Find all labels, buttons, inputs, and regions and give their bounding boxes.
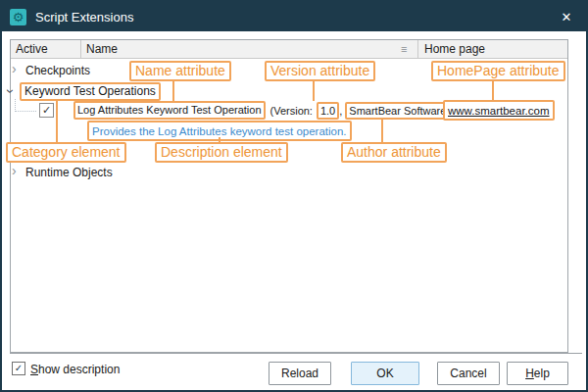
show-description-label[interactable]: Show description [30,363,120,376]
column-header-home-page[interactable]: Home page [418,40,567,58]
check-icon: ✓ [15,364,23,373]
chevron-down-icon[interactable]: › [4,89,18,94]
tree-item-checkpoints[interactable]: Checkpoints [25,64,90,77]
close-button[interactable]: ✕ [555,6,578,27]
tree-item-keyword-test-operations[interactable]: Keyword Test Operations [20,82,161,101]
script-extensions-dialog: ⚙ Script Extensions ✕ Active Name ≡ Home… [0,0,588,392]
show-description-mnemonic: S [30,363,38,376]
cancel-button[interactable]: Cancel [437,362,500,385]
connector-line [172,81,174,103]
sort-icon: ≡ [401,45,413,54]
annotation-version-attribute: Version attribute [265,61,375,81]
connector-line [56,100,58,142]
connector-line [219,137,220,143]
table-header: Active Name ≡ Home page [11,40,567,59]
tree-item-runtime-objects[interactable]: Runtime Objects [25,166,113,179]
extension-row[interactable]: Log Attributes Keyword Test Operation (V… [74,101,454,120]
column-header-name[interactable]: Name ≡ [81,40,418,58]
comma-separator: , [339,105,342,117]
show-description-checkbox[interactable]: ✓ [12,362,25,375]
version-value: 1.0 [317,102,339,120]
extension-checkbox[interactable]: ✓ [39,103,54,118]
column-header-name-label: Name [86,42,118,56]
help-mnemonic: H [525,367,534,380]
titlebar: ⚙ Script Extensions ✕ [2,2,586,31]
close-icon: ✕ [562,10,572,24]
column-header-active[interactable]: Active [11,40,81,58]
show-description-rest: how description [38,363,120,376]
chevron-right-icon[interactable]: › [12,62,17,75]
help-button[interactable]: Help [507,362,568,385]
check-icon: ✓ [42,105,51,116]
connector-line [381,120,383,142]
gear-glyph: ⚙ [13,11,24,24]
annotation-name-attribute: Name attribute [129,61,231,81]
gear-icon: ⚙ [10,9,26,25]
connector-line [492,81,494,100]
help-rest: elp [534,367,550,380]
connector-line [313,81,315,101]
tree-guide-line [15,111,36,112]
ok-button[interactable]: OK [351,362,419,385]
home-page-link[interactable]: www.smartbear.com [448,105,550,117]
reload-button[interactable]: Reload [269,362,331,385]
extension-description: Provides the Log Attributes keyword test… [92,125,347,137]
version-prefix: (Version: [270,105,313,117]
author-value: SmartBear Software) [345,102,454,120]
annotation-description-element: Description element [155,142,288,163]
annotation-author-attribute: Author attribute [341,142,447,163]
extension-name: Log Attributes Keyword Test Operation [74,101,266,120]
window-title: Script Extensions [35,10,133,24]
home-page-box: www.smartbear.com [443,100,555,121]
annotation-category-element: Category element [6,142,126,163]
chevron-right-icon[interactable]: › [12,164,17,177]
footer-separator [10,353,582,354]
annotation-homepage-attribute: HomePage attribute [431,61,565,81]
